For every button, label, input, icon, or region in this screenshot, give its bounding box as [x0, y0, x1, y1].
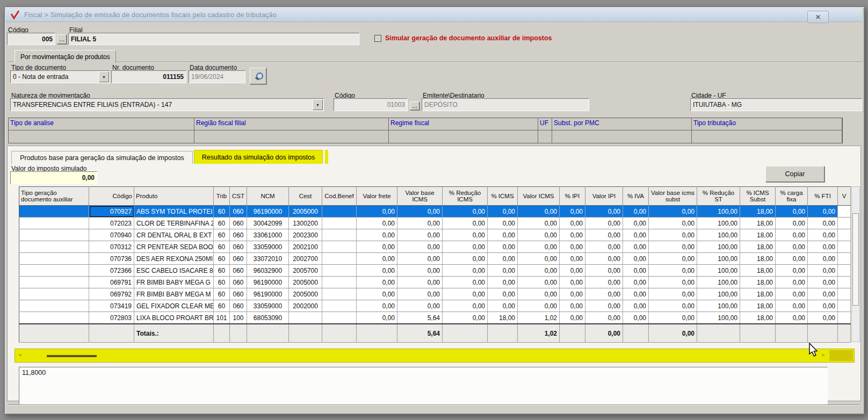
table-cell[interactable]: 100,00 [697, 206, 740, 218]
table-cell[interactable]: 0,00 [649, 288, 697, 300]
table-cell[interactable]: 060 [230, 265, 247, 277]
table-cell[interactable]: 1300200 [289, 218, 322, 229]
table-cell[interactable]: 069791 [89, 277, 134, 288]
table-cell[interactable]: 0,00 [560, 300, 585, 312]
table-cell[interactable] [322, 229, 357, 241]
table-cell[interactable]: 0,00 [585, 288, 623, 300]
table-cell[interactable]: GEL FIXADOR CLEAR ME [134, 300, 214, 312]
table-cell[interactable] [322, 218, 357, 229]
table-cell[interactable]: 18,00 [740, 277, 776, 288]
table-cell[interactable]: 5,64 [397, 312, 443, 324]
table-cell[interactable]: 060 [230, 277, 247, 288]
table-cell[interactable]: 2005700 [289, 265, 322, 277]
table-cell[interactable]: 0,00 [518, 241, 560, 253]
table-cell[interactable]: 101 [214, 312, 230, 324]
table-cell[interactable]: 60 [214, 265, 230, 277]
table-cell[interactable]: 0,00 [357, 288, 397, 300]
table-cell[interactable]: 0,00 [488, 241, 518, 253]
table-cell[interactable]: 0,00 [585, 312, 623, 324]
table-cell[interactable] [322, 312, 357, 324]
table-cell[interactable]: 0,00 [808, 241, 838, 253]
table-cell[interactable]: 0,00 [397, 265, 443, 277]
filial-field[interactable]: FILIAL 5 [68, 33, 359, 45]
table-cell[interactable]: 0,00 [518, 253, 560, 265]
table-cell[interactable]: 100,00 [697, 218, 740, 229]
table-cell[interactable]: 0,00 [488, 229, 518, 241]
table-cell[interactable]: 0,00 [585, 253, 623, 265]
table-cell[interactable]: 100 [230, 312, 247, 324]
table-cell[interactable]: 060 [230, 241, 247, 253]
table-cell[interactable]: 0,00 [623, 229, 649, 241]
table-cell[interactable]: CLOR DE TERBINAFINA 2 [134, 218, 214, 229]
table-cell[interactable]: 0,00 [357, 300, 397, 312]
table-cell[interactable]: 0,00 [488, 206, 518, 218]
table-cell[interactable]: 0,00 [776, 312, 808, 324]
table-cell[interactable]: 0,00 [357, 253, 397, 265]
table-cell[interactable]: 0,00 [560, 241, 585, 253]
table-cell[interactable]: 0,00 [808, 312, 838, 324]
copiar-button[interactable]: Copiar [765, 166, 824, 182]
table-cell[interactable] [838, 312, 851, 324]
table-cell[interactable] [19, 312, 89, 324]
table-cell[interactable]: FR BIMBI BABY MEGA G [134, 277, 214, 288]
scroll-right-icon[interactable]: ▸ [822, 351, 825, 358]
table-cell[interactable]: 060 [230, 229, 247, 241]
search-button[interactable] [250, 68, 266, 84]
table-cell[interactable]: 2005000 [289, 206, 322, 218]
table-cell[interactable]: 33072010 [247, 253, 289, 265]
emitente-browse-button[interactable]: ... [410, 102, 419, 110]
table-cell[interactable]: 0,00 [488, 253, 518, 265]
table-cell[interactable]: 18,00 [740, 312, 776, 324]
table-row[interactable]: 070940CR DENTAL ORAL B EXT60060330610002… [19, 229, 851, 241]
table-cell[interactable]: 0,00 [488, 265, 518, 277]
table-row[interactable]: 073419GEL FIXADOR CLEAR ME60060330590002… [19, 300, 851, 312]
table-cell[interactable]: 0,00 [585, 277, 623, 288]
table-cell[interactable]: 0,00 [560, 253, 585, 265]
table-cell[interactable]: 2002000 [289, 300, 322, 312]
table-cell[interactable]: 0,00 [623, 206, 649, 218]
table-cell[interactable]: 0,00 [443, 229, 488, 241]
table-cell[interactable]: 0,00 [776, 241, 808, 253]
table-cell[interactable]: 0,00 [623, 241, 649, 253]
table-cell[interactable] [19, 229, 89, 241]
table-cell[interactable]: LIXA BLOCO PROART BR [134, 312, 214, 324]
table-cell[interactable]: 0,00 [488, 288, 518, 300]
table-row[interactable]: 072023CLOR DE TERBINAFINA 26006030042099… [19, 218, 851, 229]
table-cell[interactable]: 0,00 [443, 277, 488, 288]
table-cell[interactable] [19, 300, 89, 312]
table-cell[interactable]: 0,00 [443, 218, 488, 229]
table-cell[interactable]: 96190000 [247, 288, 289, 300]
table-cell[interactable]: 100,00 [697, 241, 740, 253]
table-cell[interactable] [19, 218, 89, 229]
table-cell[interactable]: 0,00 [623, 277, 649, 288]
table-cell[interactable]: 0,00 [623, 300, 649, 312]
table-cell[interactable]: 0,00 [488, 277, 518, 288]
table-cell[interactable]: ESC CABELO ISACARE 82 [134, 265, 214, 277]
table-cell[interactable]: 0,00 [649, 206, 697, 218]
memo-field[interactable]: 11,8000 [19, 367, 828, 405]
table-cell[interactable]: 0,00 [560, 277, 585, 288]
titlebar[interactable]: Fiscal > Simulação de emissão de documen… [6, 8, 862, 22]
table-cell[interactable]: 0,00 [623, 218, 649, 229]
table-cell[interactable]: 0,00 [808, 300, 838, 312]
table-cell[interactable] [322, 288, 357, 300]
table-cell[interactable]: 069792 [89, 288, 134, 300]
table-cell[interactable] [289, 312, 322, 324]
table-cell[interactable]: 18,00 [740, 229, 776, 241]
table-cell[interactable] [322, 300, 357, 312]
table-cell[interactable]: 0,00 [623, 253, 649, 265]
table-cell[interactable]: 0,00 [776, 206, 808, 218]
table-cell[interactable]: 0,00 [808, 277, 838, 288]
table-cell[interactable] [838, 229, 851, 241]
table-cell[interactable]: 0,00 [397, 300, 443, 312]
table-cell[interactable]: 0,00 [560, 312, 585, 324]
valor-imposto-field[interactable]: 0,00 [10, 171, 97, 184]
table-cell[interactable]: 0,00 [397, 288, 443, 300]
table-cell[interactable] [19, 277, 89, 288]
table-cell[interactable]: 0,00 [649, 277, 697, 288]
table-cell[interactable]: 070940 [89, 229, 134, 241]
table-cell[interactable] [322, 277, 357, 288]
table-cell[interactable] [19, 206, 89, 218]
table-cell[interactable]: 60 [214, 229, 230, 241]
table-cell[interactable]: 96190000 [247, 277, 289, 288]
